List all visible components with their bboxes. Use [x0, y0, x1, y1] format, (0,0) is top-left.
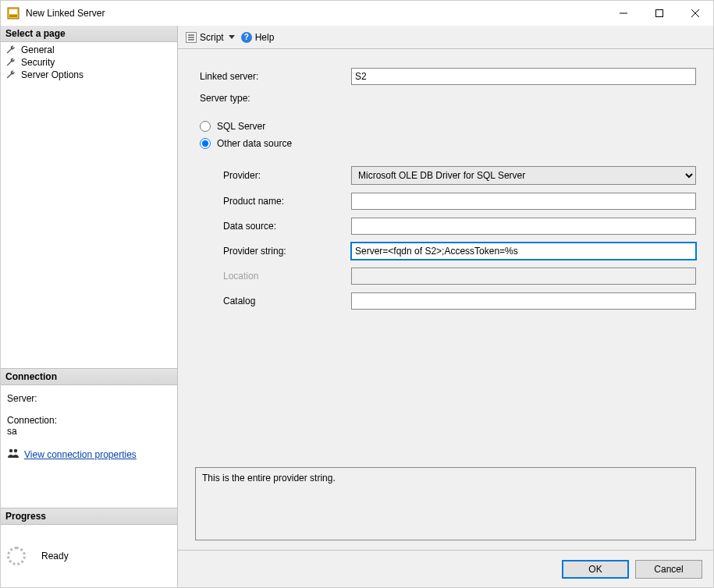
window-controls: [606, 1, 713, 26]
view-connection-properties-link[interactable]: View connection properties: [24, 449, 137, 460]
form-area: Linked server: Server type: SQL Server O…: [178, 49, 713, 550]
server-type-label: Server type:: [195, 93, 351, 104]
server-label: Server:: [7, 393, 171, 404]
script-icon: [186, 32, 197, 43]
ok-button[interactable]: OK: [562, 560, 629, 579]
catalog-input[interactable]: [351, 292, 696, 310]
wrench-icon: [5, 69, 16, 80]
wrench-icon: [5, 44, 16, 55]
svg-point-7: [9, 449, 12, 452]
product-name-label: Product name:: [195, 196, 351, 207]
button-bar: OK Cancel: [178, 550, 713, 587]
svg-point-8: [14, 449, 17, 452]
provider-select[interactable]: Microsoft OLE DB Driver for SQL Server: [351, 166, 696, 185]
location-label: Location: [195, 271, 351, 282]
connection-info: Server: Connection: sa View connection p…: [1, 385, 177, 469]
section-header-select-page: Select a page: [1, 26, 177, 42]
minimize-button[interactable]: [606, 1, 641, 26]
connection-label: Connection:: [7, 415, 171, 426]
radio-sql-server[interactable]: [200, 121, 211, 132]
people-icon: [7, 448, 20, 461]
radio-other-label: Other data source: [217, 138, 292, 149]
linked-server-label: Linked server:: [195, 71, 351, 82]
svg-rect-2: [9, 15, 17, 17]
page-item-security[interactable]: Security: [1, 56, 177, 69]
product-name-input[interactable]: [351, 193, 696, 210]
spinner-icon: [7, 547, 26, 565]
catalog-label: Catalog: [195, 296, 351, 306]
provider-string-label: Provider string:: [195, 246, 351, 257]
toolbar: Script ? Help: [178, 26, 713, 49]
help-button[interactable]: ? Help: [241, 32, 275, 43]
script-button[interactable]: Script: [186, 32, 235, 43]
help-label: Help: [255, 32, 275, 43]
svg-rect-1: [9, 9, 17, 14]
section-header-connection: Connection: [1, 368, 177, 385]
wrench-icon: [5, 57, 16, 68]
page-list: General Security Server Options: [1, 42, 177, 83]
app-icon: [7, 7, 20, 19]
page-item-general[interactable]: General: [1, 44, 177, 56]
svg-rect-4: [656, 10, 663, 17]
help-icon: ?: [241, 32, 252, 43]
sidebar: Select a page General Security Server Op…: [1, 26, 178, 587]
provider-label: Provider:: [195, 170, 351, 181]
page-label: Server Options: [21, 69, 83, 80]
titlebar: New Linked Server: [1, 1, 713, 26]
close-button[interactable]: [677, 1, 713, 26]
connection-value: sa: [7, 426, 171, 437]
page-label: General: [21, 44, 55, 55]
page-item-server-options[interactable]: Server Options: [1, 69, 177, 81]
location-input: [351, 267, 696, 285]
window-title: New Linked Server: [26, 8, 606, 19]
radio-sql-label: SQL Server: [217, 121, 265, 132]
main-panel: Script ? Help Linked server: Server type…: [178, 26, 713, 587]
message-text: This is the entire provider string.: [202, 473, 336, 484]
provider-string-input[interactable]: [351, 243, 696, 260]
maximize-button[interactable]: [641, 1, 677, 26]
script-label: Script: [200, 32, 224, 43]
data-source-label: Data source:: [195, 221, 351, 232]
page-label: Security: [21, 57, 55, 68]
linked-server-input[interactable]: [351, 68, 696, 85]
data-source-input[interactable]: [351, 218, 696, 235]
progress-status: Ready: [41, 551, 69, 561]
section-header-progress: Progress: [1, 508, 177, 525]
radio-other-data-source[interactable]: [200, 138, 211, 149]
cancel-button[interactable]: Cancel: [635, 560, 702, 579]
dialog-window: New Linked Server Select a page General: [0, 0, 714, 588]
chevron-down-icon: [229, 35, 235, 39]
message-box: This is the entire provider string.: [195, 467, 696, 540]
progress-block: Ready: [1, 525, 177, 587]
